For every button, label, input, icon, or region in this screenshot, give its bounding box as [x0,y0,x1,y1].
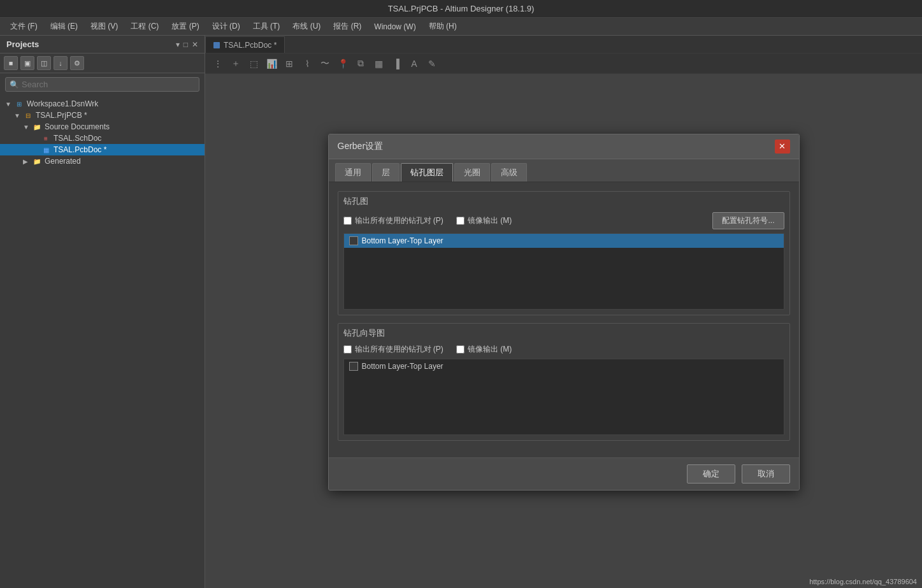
menu-item-编辑[interactable]: 编辑 (E) [45,20,83,33]
menu-item-设计[interactable]: 设计 (D) [207,20,245,33]
arrow-source: ▼ [23,124,32,131]
drill-drawing-list: Bottom Layer-Top Layer [343,233,784,310]
float-icon[interactable]: □ [184,40,188,49]
dialog-close-button[interactable]: ✕ [775,140,790,154]
search-icon: 🔍 [10,80,19,89]
panel-header: Projects ▾ □ ✕ [0,36,205,54]
drill-guide-list: Bottom Layer-Top Layer [343,359,784,435]
drill-drawing-controls: 输出所有使用的钻孔对 (P) 镜像输出 (M) 配置钻孔符号... [338,210,789,233]
drill-drawing-header: 钻孔图 [338,192,789,210]
schdoc-label: TSAL.SchDoc [54,134,101,143]
panel-header-icons: ▾ □ ✕ [176,40,198,49]
pcbdoc-label: TSAL.PcbDoc * [54,145,106,154]
drill-all-pairs-checkbox[interactable] [343,217,352,225]
tree-item-schdoc[interactable]: ≡ TSAL.SchDoc [0,133,205,144]
generated-label: Generated [45,157,81,166]
tree-item-workspace[interactable]: ▼ ⊞ Workspace1.DsnWrk [0,98,205,110]
gen-folder-icon: 📁 [32,157,42,166]
arrow-workspace: ▼ [5,101,14,108]
left-panel: Projects ▾ □ ✕ ■ ▣ ◫ ↓ ⚙ 🔍 ▼ [0,36,205,588]
dialog-body: 钻孔图 输出所有使用的钻孔对 (P) 镜像输出 (M) 配置钻孔符号... [329,182,799,457]
pcb-icon: ▦ [41,145,51,154]
close-panel-icon[interactable]: ✕ [192,40,198,49]
menu-item-文件[interactable]: 文件 (F) [5,20,43,33]
watermark: https://blog.csdn.net/qq_43789604 [809,578,917,585]
guide-all-pairs-check[interactable]: 输出所有使用的钻孔对 (P) [343,344,443,355]
new-btn[interactable]: ■ [4,56,18,70]
settings-btn[interactable]: ⚙ [70,56,84,70]
menu-item-布线[interactable]: 布线 (U) [287,20,326,33]
menu-item-Window[interactable]: Window (W) [369,21,421,32]
guide-mirror-checkbox[interactable] [456,345,465,354]
dialog-tabs: 通用 层 钻孔图层 光圈 高级 [329,159,799,182]
search-input[interactable] [22,80,195,89]
drill-list-item-0[interactable]: Bottom Layer-Top Layer [344,234,784,248]
folder-icon: 📁 [32,122,42,131]
title-bar: TSAL.PrjPCB - Altium Designer (18.1.9) [0,0,922,18]
tree-item-generated[interactable]: ▶ 📁 Generated [0,155,205,167]
menu-item-报告[interactable]: 报告 (R) [328,20,366,33]
project-icon: ⊟ [23,111,33,120]
tree-item-project[interactable]: ▼ ⊟ TSAL.PrjPCB * [0,110,205,121]
menu-item-工具[interactable]: 工具 (T) [248,20,285,33]
tree-item-source-docs[interactable]: ▼ 📁 Source Documents [0,121,205,133]
drill-mirror-check[interactable]: 镜像输出 (M) [456,215,512,226]
drill-all-pairs-check[interactable]: 输出所有使用的钻孔对 (P) [343,215,443,226]
drill-guide-header: 钻孔向导图 [338,324,789,341]
arrow-pcb [32,147,41,154]
guide-all-pairs-checkbox[interactable] [343,345,352,354]
drill-guide-controls: 输出所有使用的钻孔对 (P) 镜像输出 (M) [338,341,789,359]
drill-mirror-checkbox[interactable] [456,217,465,225]
project-label: TSAL.PrjPCB * [36,111,87,120]
search-input-wrap: 🔍 [5,77,199,92]
menu-item-帮助[interactable]: 帮助 (H) [424,20,462,33]
open-btn[interactable]: ▣ [20,56,34,70]
dialog-footer: 确定 取消 [329,457,799,490]
pin-icon[interactable]: ▾ [176,40,180,49]
arrow-sch [32,135,41,142]
tree-item-pcbdoc[interactable]: ▦ TSAL.PcbDoc * [0,144,205,155]
close-proj-btn[interactable]: ◫ [37,56,51,70]
workspace-icon: ⊞ [14,99,24,108]
gerber-dialog: Gerber设置 ✕ 通用 层 钻孔图层 光圈 [328,134,800,491]
main-layout: Projects ▾ □ ✕ ■ ▣ ◫ ↓ ⚙ 🔍 ▼ [0,36,922,588]
tab-general[interactable]: 通用 [335,163,371,182]
drill-guide-section: 钻孔向导图 输出所有使用的钻孔对 (P) 镜像输出 (M) [338,323,790,441]
app-title: TSAL.PrjPCB - Altium Designer (18.1.9) [388,4,535,13]
drill-item-checkbox-0[interactable] [349,236,358,245]
panel-title: Projects [6,39,39,49]
cancel-button[interactable]: 取消 [742,464,790,484]
guide-list-item-0[interactable]: Bottom Layer-Top Layer [344,359,784,373]
workspace-label: Workspace1.DsnWrk [27,99,98,108]
configure-drill-btn[interactable]: 配置钻孔符号... [712,212,784,229]
right-area: TSAL.PcbDoc * ⋮ ＋ ⬚ 📊 ⊞ ⌇ 〜 📍 ⧉ ▦ ▐ A ✎ … [205,36,922,588]
guide-item-checkbox-0[interactable] [349,362,358,371]
arrow-project: ▼ [14,112,23,119]
source-docs-label: Source Documents [45,122,110,131]
dialog-title: Gerber设置 [338,141,384,152]
dialog-title-bar: Gerber设置 ✕ [329,134,799,159]
save-btn[interactable]: ↓ [54,56,68,70]
drill-drawing-section: 钻孔图 输出所有使用的钻孔对 (P) 镜像输出 (M) 配置钻孔符号... [338,191,790,315]
menu-item-放置[interactable]: 放置 (P) [166,20,204,33]
menu-item-视图[interactable]: 视图 (V) [85,20,123,33]
search-box: 🔍 [5,77,199,92]
sch-icon: ≡ [41,134,51,143]
menu-item-工程[interactable]: 工程 (C) [126,20,164,33]
tab-drill-layers[interactable]: 钻孔图层 [401,163,453,182]
project-tree: ▼ ⊞ Workspace1.DsnWrk ▼ ⊟ TSAL.PrjPCB * … [0,96,205,588]
tab-aperture[interactable]: 光圈 [454,163,490,182]
confirm-button[interactable]: 确定 [687,464,735,484]
tab-layers[interactable]: 层 [372,163,400,182]
tab-advanced[interactable]: 高级 [491,163,527,182]
panel-toolbar: ■ ▣ ◫ ↓ ⚙ [0,54,205,73]
arrow-generated: ▶ [23,158,32,165]
guide-mirror-check[interactable]: 镜像输出 (M) [456,344,512,355]
menu-bar: 文件 (F)编辑 (E)视图 (V)工程 (C)放置 (P)设计 (D)工具 (… [0,18,922,36]
dialog-overlay: Gerber设置 ✕ 通用 层 钻孔图层 光圈 [205,36,922,588]
